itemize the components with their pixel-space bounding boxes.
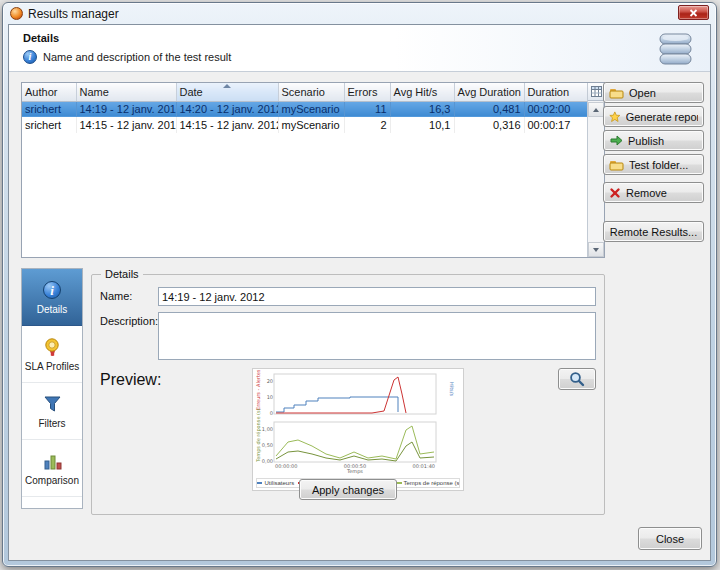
tab-label: Details — [37, 304, 68, 315]
tab-label: Comparison — [25, 475, 79, 486]
apply-changes-button[interactable]: Apply changes — [299, 479, 397, 500]
close-dialog-button[interactable]: Close — [638, 527, 702, 550]
comparison-chart-icon — [42, 452, 63, 471]
tab-sla-profiles[interactable]: SLA Profiles — [22, 326, 82, 383]
column-header-avg-hits[interactable]: Avg Hit/s — [390, 83, 454, 101]
results-grid: Author Name Date Scenario Errors Avg Hit… — [22, 83, 589, 133]
scroll-down-button[interactable] — [588, 242, 604, 257]
column-header-author[interactable]: Author — [22, 83, 76, 101]
svg-text:00:01:40: 00:01:40 — [413, 463, 435, 469]
preview-chart: 20 10 0 1,00 0,50 0,00 00:00:00 00:00:50… — [252, 368, 464, 491]
svg-text:20: 20 — [267, 378, 273, 384]
table-scrollbar — [587, 83, 604, 257]
sort-asc-icon — [223, 84, 231, 88]
description-field[interactable] — [158, 312, 596, 360]
tab-filters[interactable]: Filters — [22, 383, 82, 440]
publish-arrow-icon — [609, 134, 623, 147]
cell-avg-hits: 16,3 — [390, 101, 454, 117]
svg-text:Erreurs - Alertes: Erreurs - Alertes — [255, 370, 261, 410]
cell-scenario: myScenario — [278, 101, 344, 117]
remote-results-button[interactable]: Remote Results... — [603, 221, 704, 242]
name-label: Name: — [100, 287, 158, 306]
dialog-content: Details Name and description of the test… — [8, 24, 711, 561]
window-title: Results manager — [28, 7, 119, 21]
cell-errors: 2 — [344, 117, 390, 133]
svg-text:Temps de réponse (s): Temps de réponse (s) — [255, 408, 262, 463]
cell-avg-duration: 0,316 — [454, 117, 524, 133]
legend-swatch — [256, 482, 262, 484]
column-header-name[interactable]: Name — [76, 83, 176, 101]
tab-comparison[interactable]: Comparison — [22, 440, 82, 497]
page-subtitle: Name and description of the test result — [43, 51, 231, 63]
close-button[interactable] — [678, 5, 709, 20]
remove-button[interactable]: Remove — [603, 182, 704, 203]
svg-text:Hits/s: Hits/s — [449, 382, 455, 396]
details-group: Details Name: Description: Preview: — [91, 274, 605, 515]
table-row[interactable]: srichert 14:15 - 12 janv. 2012 14:15 - 1… — [22, 117, 588, 133]
publish-button[interactable]: Publish — [603, 130, 704, 151]
header-banner: Details Name and description of the test… — [9, 25, 710, 72]
group-title: Details — [101, 268, 143, 280]
svg-text:0,50: 0,50 — [262, 442, 273, 448]
lower-section: Details SLA Profiles — [21, 268, 605, 515]
close-icon — [689, 9, 698, 17]
column-label: Avg Duration — [458, 86, 521, 98]
titlebar[interactable]: Results manager — [3, 3, 716, 24]
cell-author: srichert — [22, 101, 76, 117]
generate-report-button[interactable]: Generate report... — [603, 106, 704, 127]
filter-funnel-icon — [43, 395, 62, 413]
table-header-row: Author Name Date Scenario Errors Avg Hit… — [22, 83, 588, 101]
table-row[interactable]: srichert 14:19 - 12 janv. 2012 14:20 - 1… — [22, 101, 588, 117]
remove-x-icon — [609, 187, 621, 199]
column-header-errors[interactable]: Errors — [344, 83, 390, 101]
preview-chart-plot: 20 10 0 1,00 0,50 0,00 00:00:00 00:00:50… — [254, 370, 462, 474]
info-icon — [23, 50, 37, 64]
details-info-icon — [43, 281, 61, 299]
svg-text:Temps: Temps — [346, 468, 363, 474]
generate-report-label: Generate report... — [626, 111, 698, 123]
preview-zoom-button[interactable] — [558, 368, 596, 390]
description-label: Description: — [100, 312, 158, 360]
cell-duration: 00:00:17 — [524, 117, 588, 133]
name-field[interactable] — [158, 287, 596, 306]
report-star-icon — [609, 110, 621, 123]
column-config-icon — [591, 86, 602, 97]
cell-author: srichert — [22, 117, 76, 133]
app-icon — [10, 7, 23, 20]
publish-label: Publish — [628, 135, 664, 147]
results-manager-window: Results manager Details Name and descrip… — [2, 2, 717, 567]
scroll-up-button[interactable] — [588, 102, 604, 117]
column-label: Avg Hit/s — [394, 86, 438, 98]
column-label: Name — [80, 86, 109, 98]
open-button[interactable]: Open — [603, 82, 704, 103]
tab-label: SLA Profiles — [25, 361, 79, 372]
svg-text:0: 0 — [270, 410, 273, 416]
column-header-date[interactable]: Date — [176, 83, 278, 101]
column-header-scenario[interactable]: Scenario — [278, 83, 344, 101]
sidebar-tabs: Details SLA Profiles — [21, 268, 83, 509]
cell-errors: 11 — [344, 101, 390, 117]
tab-label: Filters — [38, 418, 65, 429]
tab-details[interactable]: Details — [22, 269, 82, 326]
cell-name: 14:15 - 12 janv. 2012 — [76, 117, 176, 133]
cell-avg-duration: 0,481 — [454, 101, 524, 117]
sla-medal-icon — [42, 337, 62, 358]
column-config-button[interactable] — [588, 83, 604, 101]
open-folder-icon — [609, 87, 624, 99]
results-table: Author Name Date Scenario Errors Avg Hit… — [21, 82, 605, 258]
remove-label: Remove — [626, 187, 667, 199]
column-label: Scenario — [282, 86, 325, 98]
test-folder-button[interactable]: Test folder... — [603, 154, 704, 175]
svg-text:0,00: 0,00 — [262, 458, 273, 464]
column-header-duration[interactable]: Duration — [524, 83, 588, 101]
remote-results-label: Remote Results... — [610, 226, 697, 238]
arrow-down-icon — [593, 248, 599, 252]
legend-label: Utilisateurs — [264, 480, 294, 486]
cell-date: 14:20 - 12 janv. 2012 — [176, 101, 278, 117]
svg-text:1,00: 1,00 — [262, 426, 273, 432]
column-label: Duration — [528, 86, 570, 98]
cell-date: 14:15 - 12 janv. 2012 — [176, 117, 278, 133]
column-label: Date — [180, 86, 203, 98]
cell-scenario: myScenario — [278, 117, 344, 133]
column-header-avg-duration[interactable]: Avg Duration — [454, 83, 524, 101]
